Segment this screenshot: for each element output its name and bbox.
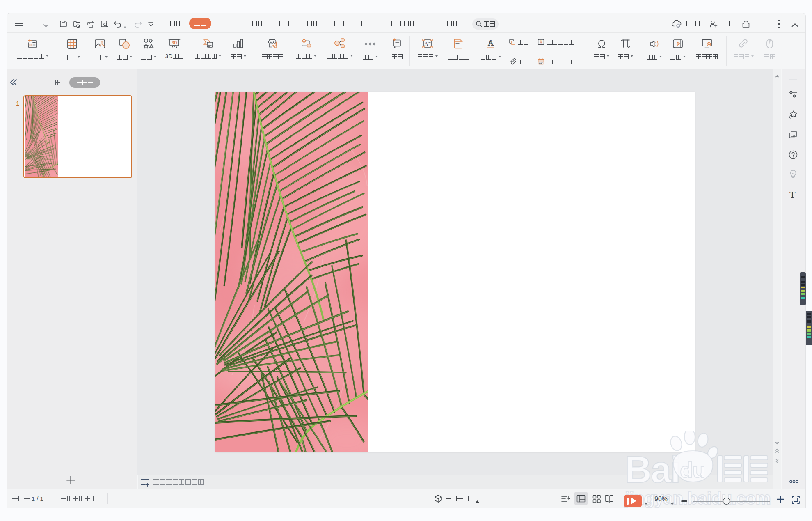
- svg-text:A: A: [424, 41, 428, 47]
- svg-text:3D: 3D: [172, 41, 177, 45]
- svg-text:A: A: [488, 39, 494, 47]
- svg-text:Bai: Bai: [625, 449, 680, 490]
- svg-text:#: #: [540, 40, 542, 44]
- svg-text:du: du: [680, 458, 705, 482]
